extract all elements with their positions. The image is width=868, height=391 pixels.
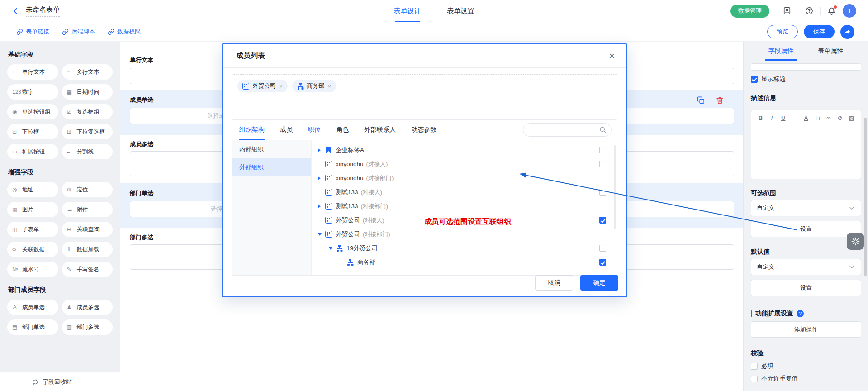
field-type-pill[interactable]: ◎ 地址 [7, 182, 58, 197]
default-settings-button[interactable]: 设置 [751, 280, 861, 296]
save-button[interactable]: 保存 [804, 25, 835, 38]
editor-tool-button[interactable]: ≡ [789, 113, 800, 124]
tree-arrow-slot[interactable] [318, 233, 325, 236]
selected-items-area[interactable]: 外贸公司 × 商务部 × [232, 74, 617, 114]
main-nav-tab[interactable]: 表单设置 [447, 0, 474, 22]
picker-tab[interactable]: 外部联系人 [364, 120, 396, 140]
required-checkbox-row[interactable]: 必填 [751, 362, 773, 370]
show-title-checkbox[interactable] [751, 76, 758, 83]
field-type-pill[interactable]: ▦ 日期时间 [62, 84, 113, 100]
notifications-button[interactable] [827, 6, 836, 16]
tree-node-checkbox[interactable] [599, 259, 606, 266]
editor-tool-button[interactable]: ▨ [846, 113, 857, 124]
editor-tool-button[interactable]: ∞ [824, 113, 834, 124]
tree-scrollbar[interactable] [614, 145, 616, 229]
add-action-button[interactable]: 添加操作 [751, 321, 861, 338]
properties-tab[interactable]: 字段属性 [768, 42, 794, 61]
field-type-pill[interactable]: ⊡ 下拉框 [7, 124, 58, 139]
help-button[interactable] [805, 6, 814, 15]
no-duplicate-checkbox[interactable] [751, 376, 758, 382]
required-checkbox[interactable] [751, 363, 758, 370]
theme-settings-fab[interactable] [847, 233, 864, 250]
tree-row[interactable]: 企业标签A [312, 143, 617, 157]
editor-tool-button[interactable]: I [767, 113, 777, 124]
org-scope-item[interactable]: 内部组织 [232, 140, 311, 158]
tree-row[interactable]: 测试133 (对接部门) [312, 199, 617, 213]
selected-tag[interactable]: 商务部 × [292, 80, 337, 92]
field-type-pill[interactable]: ⊟ 关联查询 [62, 222, 113, 237]
default-value-select[interactable]: 自定义 [751, 259, 861, 275]
quick-link[interactable]: 后端脚本 [62, 28, 95, 36]
tree-arrow-slot[interactable] [329, 247, 336, 250]
editor-tool-button[interactable]: Tт [812, 113, 823, 124]
remove-tag-icon[interactable]: × [328, 83, 332, 90]
field-type-pill[interactable]: ▥ 部门多选 [62, 319, 113, 335]
range-select[interactable]: 自定义 [751, 200, 861, 216]
tree-row[interactable]: 19外贸公司 [312, 241, 617, 255]
field-type-pill[interactable]: T 单行文本 [7, 64, 58, 80]
field-type-pill[interactable]: ∞ 关联数据 [7, 242, 58, 257]
description-editor[interactable]: BIU≡ATт∞⊘▨ [751, 110, 861, 179]
editor-tool-button[interactable]: B [755, 113, 766, 124]
close-icon[interactable]: × [609, 51, 615, 61]
form-title[interactable]: 未命名表单 [26, 5, 60, 17]
field-type-pill[interactable]: ☑ 复选框组 [62, 104, 113, 119]
show-title-checkbox-row[interactable]: 显示标题 [751, 75, 786, 83]
share-button[interactable] [840, 25, 854, 39]
field-type-pill[interactable]: ▨ 图片 [7, 202, 58, 217]
tree-row[interactable]: xinyonghu (对接人) [312, 157, 617, 171]
picker-tab[interactable]: 角色 [336, 120, 349, 140]
field-type-pill[interactable]: ⊞ 下拉复选框 [62, 124, 113, 139]
search-input[interactable] [523, 123, 612, 137]
cancel-button[interactable]: 取消 [535, 275, 573, 291]
tree-arrow-slot[interactable] [318, 148, 325, 152]
properties-tab[interactable]: 表单属性 [818, 42, 843, 61]
editor-tool-button[interactable]: ⊘ [835, 113, 845, 124]
preview-button[interactable]: 预览 [767, 25, 798, 38]
field-type-pill[interactable]: ◫ 子表单 [7, 222, 58, 237]
field-type-pill[interactable]: ▭ 扩展按钮 [7, 144, 58, 159]
help-badge-icon[interactable]: ? [797, 310, 804, 317]
tree-row[interactable]: 测试133 (对接人) [312, 185, 617, 199]
contacts-button[interactable] [783, 6, 792, 15]
range-settings-button[interactable]: 设置 [751, 221, 861, 237]
data-manage-button[interactable]: 数据管理 [730, 5, 769, 18]
field-recycle-bin[interactable]: 字段回收站 [0, 372, 120, 391]
editor-tool-button[interactable]: A [801, 113, 811, 124]
editor-tool-button[interactable]: U [778, 113, 788, 124]
picker-tab[interactable]: 动态参数 [411, 120, 436, 140]
tree-row[interactable]: xinyonghu (对接部门) [312, 171, 617, 185]
org-scope-item[interactable]: 外部组织 [232, 158, 311, 176]
tree-node-checkbox[interactable] [599, 189, 606, 196]
selected-tag[interactable]: 外贸公司 × [237, 80, 288, 92]
field-type-pill[interactable]: ▤ 部门单选 [7, 319, 58, 335]
field-type-pill[interactable]: № 流水号 [7, 262, 58, 277]
quick-link[interactable]: 表单链接 [16, 28, 49, 36]
tree-node-checkbox[interactable] [599, 245, 606, 252]
field-type-pill[interactable]: ⊕ 定位 [62, 182, 113, 197]
field-type-pill[interactable]: ≡ 多行文本 [62, 64, 113, 80]
title-input-partial[interactable] [751, 63, 861, 71]
tree-node-checkbox[interactable] [599, 147, 606, 153]
field-type-pill[interactable]: 123 数字 [7, 84, 58, 100]
confirm-button[interactable]: 确定 [580, 275, 618, 291]
no-duplicate-checkbox-row[interactable]: 不允许重复值 [751, 375, 798, 383]
tree-arrow-slot[interactable] [318, 205, 325, 208]
user-avatar[interactable]: 1 [843, 4, 856, 18]
picker-tab[interactable]: 成员 [280, 120, 293, 140]
tree-row[interactable]: 商务部 [312, 255, 617, 269]
field-type-pill[interactable]: = 分割线 [62, 144, 113, 159]
picker-tab[interactable]: 组织架构 [239, 120, 265, 140]
panel-scrollbar[interactable] [864, 118, 867, 276]
quick-link[interactable]: 数据权限 [108, 28, 141, 36]
field-type-pill[interactable]: ✎ 手写签名 [62, 262, 113, 277]
field-type-pill[interactable]: ♙ 成员单选 [7, 300, 58, 315]
remove-tag-icon[interactable]: × [279, 83, 283, 90]
delete-field-button[interactable] [716, 96, 724, 105]
main-nav-tab[interactable]: 表单设计 [394, 0, 421, 22]
tree-node-checkbox[interactable] [599, 161, 606, 167]
field-type-pill[interactable]: ♟ 成员多选 [62, 300, 113, 315]
tree-row[interactable]: 外贸公司 (对接部门) [312, 227, 617, 241]
tree-arrow-slot[interactable] [318, 176, 325, 180]
duplicate-field-button[interactable] [697, 96, 705, 105]
